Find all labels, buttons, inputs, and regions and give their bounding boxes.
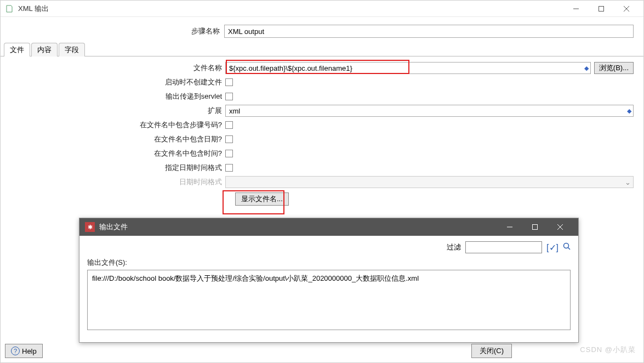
no-create-label: 启动时不创建文件 bbox=[10, 77, 225, 87]
include-step-label: 在文件名中包含步骤号码? bbox=[10, 120, 225, 130]
tab-fields[interactable]: 字段 bbox=[59, 43, 85, 56]
dialog-titlebar: ✱ 输出文件 bbox=[79, 218, 578, 236]
search-icon[interactable] bbox=[563, 242, 571, 252]
window-controls bbox=[563, 1, 639, 17]
date-format-dropdown[interactable]: ⌄ bbox=[225, 176, 634, 188]
filter-row: 过滤 [✓] bbox=[87, 241, 571, 253]
output-file-textarea[interactable]: file:///D:/book/school book/数据导入于预处理/综合实… bbox=[87, 270, 571, 330]
xml-icon bbox=[5, 4, 14, 13]
filter-toggle-icon[interactable]: [✓] bbox=[546, 242, 558, 253]
include-time-label: 在文件名中包含时间? bbox=[10, 149, 225, 158]
filename-input[interactable] bbox=[225, 62, 591, 74]
watermark: CSDN @小趴菜 bbox=[580, 345, 636, 355]
dialog-title: 输出文件 bbox=[99, 222, 497, 232]
svg-rect-5 bbox=[533, 225, 538, 230]
form-area: 文件名称 ◆ 浏览(B)... 启动时不创建文件 输出传递到servlet 扩展… bbox=[1, 56, 643, 211]
close-button[interactable] bbox=[614, 1, 639, 17]
tab-content[interactable]: 内容 bbox=[31, 43, 58, 56]
svg-line-9 bbox=[568, 248, 571, 250]
svg-rect-1 bbox=[599, 6, 604, 11]
dialog-close-button[interactable] bbox=[548, 218, 573, 236]
dialog-close-text-button[interactable]: 关闭(C) bbox=[471, 344, 512, 358]
servlet-label: 输出传递到servlet bbox=[10, 92, 225, 101]
filter-label: 过滤 bbox=[447, 242, 461, 252]
dialog-maximize-button[interactable] bbox=[522, 218, 548, 236]
help-button[interactable]: ? Help bbox=[5, 344, 43, 358]
include-time-checkbox[interactable] bbox=[225, 150, 233, 157]
step-name-input[interactable] bbox=[224, 25, 634, 38]
step-name-label: 步骤名称 bbox=[10, 26, 224, 36]
specify-format-checkbox[interactable] bbox=[225, 164, 233, 172]
titlebar: XML 输出 bbox=[1, 1, 643, 17]
date-format-label: 日期时间格式 bbox=[10, 177, 225, 187]
help-icon: ? bbox=[11, 347, 20, 355]
servlet-checkbox[interactable] bbox=[225, 93, 233, 100]
extension-input[interactable] bbox=[225, 105, 634, 117]
output-file-dialog: ✱ 输出文件 过滤 [✓] 输出文件(S): file:///D:/book/s… bbox=[79, 218, 579, 343]
tab-file[interactable]: 文件 bbox=[4, 43, 30, 56]
window-title: XML 输出 bbox=[18, 4, 563, 14]
no-create-checkbox[interactable] bbox=[225, 78, 233, 86]
output-file-label: 输出文件(S): bbox=[87, 258, 571, 268]
specify-format-label: 指定日期时间格式 bbox=[10, 163, 225, 173]
svg-point-8 bbox=[564, 243, 569, 248]
browse-button[interactable]: 浏览(B)... bbox=[594, 62, 634, 74]
dialog-minimize-button[interactable] bbox=[497, 218, 522, 236]
dialog-icon: ✱ bbox=[85, 222, 95, 232]
help-label: Help bbox=[22, 347, 37, 355]
include-step-checkbox[interactable] bbox=[225, 121, 233, 129]
filename-label: 文件名称 bbox=[10, 63, 225, 73]
bottom-bar: ? Help 关闭(C) bbox=[5, 344, 639, 358]
show-filename-button[interactable]: 显示文件名... bbox=[235, 192, 289, 206]
maximize-button[interactable] bbox=[589, 1, 614, 17]
tabs: 文件 内容 字段 bbox=[1, 42, 643, 56]
include-date-checkbox[interactable] bbox=[225, 135, 233, 143]
minimize-button[interactable] bbox=[563, 1, 589, 17]
filter-input[interactable] bbox=[465, 241, 542, 253]
include-date-label: 在文件名中包含日期? bbox=[10, 134, 225, 144]
main-window: XML 输出 步骤名称 文件 内容 字段 文件名称 ◆ 浏览(B)... 启动时… bbox=[0, 0, 644, 363]
dialog-body: 过滤 [✓] 输出文件(S): file:///D:/book/school b… bbox=[79, 236, 578, 337]
extension-label: 扩展 bbox=[10, 106, 225, 116]
step-name-row: 步骤名称 bbox=[10, 25, 634, 38]
